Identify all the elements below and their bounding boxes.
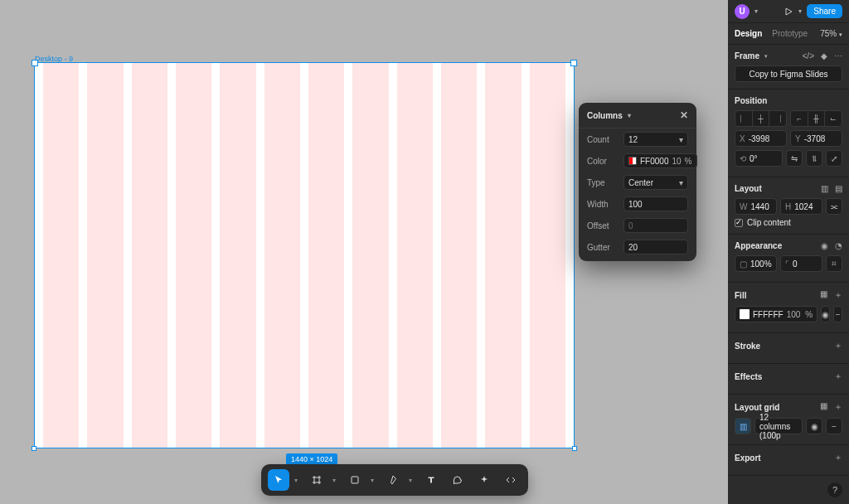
- share-button[interactable]: Share: [807, 4, 842, 18]
- comment-tool[interactable]: [447, 469, 468, 491]
- grid-type-icon[interactable]: ▥: [735, 418, 751, 434]
- offset-label: Offset: [587, 221, 619, 230]
- align-bottom-icon[interactable]: ⌙: [825, 111, 842, 126]
- grid-visibility-icon[interactable]: ◉: [806, 418, 822, 434]
- width-input[interactable]: 100: [623, 196, 688, 211]
- stroke-title: Stroke: [735, 342, 760, 351]
- clip-content-checkbox[interactable]: Clip content: [735, 218, 842, 227]
- shape-tool-chevron-icon[interactable]: ▾: [371, 477, 377, 484]
- frame-type-chevron-icon[interactable]: ▾: [764, 53, 768, 60]
- copy-to-slides-button[interactable]: Copy to Figma Slides: [735, 65, 842, 82]
- fill-color-input[interactable]: FFFFFF 100%: [735, 306, 817, 322]
- tab-prototype[interactable]: Prototype: [772, 29, 808, 38]
- align-hcenter-icon[interactable]: ┼: [753, 111, 770, 126]
- avatar-chevron-icon[interactable]: ▾: [754, 7, 758, 15]
- export-title: Export: [735, 453, 761, 463]
- flip-v-icon[interactable]: ⥮: [806, 150, 822, 167]
- grid-styles-icon[interactable]: ▦: [820, 401, 827, 413]
- gutter-input[interactable]: 20: [623, 240, 688, 254]
- autolayout-h-icon[interactable]: ▥: [821, 184, 828, 193]
- columns-settings-popover: Columns ▾ ✕ Count 12 ▾ Color FF0000 10% …: [579, 103, 696, 261]
- align-vcenter-icon[interactable]: ╫: [808, 111, 826, 126]
- x-input[interactable]: X-3998: [735, 130, 787, 147]
- actions-tool[interactable]: [473, 469, 495, 491]
- h-input[interactable]: H1024: [780, 198, 822, 215]
- link-wh-icon[interactable]: ⫘: [826, 198, 842, 215]
- color-label: Color: [587, 157, 619, 166]
- flip-h-icon[interactable]: ⇋: [786, 150, 803, 167]
- text-tool[interactable]: [420, 469, 442, 491]
- add-export-icon[interactable]: ＋: [834, 452, 842, 463]
- frame-tool[interactable]: [306, 469, 327, 491]
- visibility-icon[interactable]: ◉: [821, 241, 828, 250]
- align-h-group: ⎸ ┼ ⎹: [735, 110, 787, 127]
- remove-grid-icon[interactable]: −: [826, 418, 842, 434]
- y-input[interactable]: Y-3708: [790, 130, 842, 147]
- independent-corners-icon[interactable]: ⌗: [826, 255, 842, 272]
- add-grid-icon[interactable]: ＋: [834, 401, 842, 413]
- count-input[interactable]: 12 ▾: [623, 132, 688, 147]
- play-chevron-icon[interactable]: ▾: [798, 7, 802, 15]
- dev-status-icon[interactable]: </>: [803, 51, 814, 61]
- offset-input: 0: [623, 218, 688, 233]
- add-stroke-icon[interactable]: ＋: [834, 340, 842, 351]
- help-icon[interactable]: ?: [827, 482, 842, 497]
- fill-swatch-icon: [740, 309, 750, 319]
- close-icon[interactable]: ✕: [680, 109, 688, 121]
- column-grid-overlay: [35, 63, 574, 448]
- align-top-icon[interactable]: ⌐: [791, 111, 808, 126]
- rotation-input[interactable]: ⟲0°: [735, 150, 783, 167]
- fill-visibility-icon[interactable]: ◉: [821, 306, 830, 322]
- component-icon[interactable]: ◆: [821, 51, 827, 61]
- move-tool-chevron-icon[interactable]: ▾: [294, 477, 301, 484]
- popover-title: Columns: [587, 111, 623, 120]
- dimensions-badge: 1440 × 1024: [286, 453, 337, 465]
- count-label: Count: [587, 135, 619, 144]
- play-icon[interactable]: [784, 7, 793, 17]
- styles-icon[interactable]: ▦: [820, 289, 827, 301]
- columns-type-chevron-icon[interactable]: ▾: [628, 112, 631, 119]
- tab-design[interactable]: Design: [735, 29, 762, 38]
- tools-toolbar: ▾ ▾ ▾ ▾: [261, 464, 528, 496]
- layout-grid-title: Layout grid: [735, 403, 779, 412]
- layout-title: Layout: [735, 184, 762, 193]
- align-right-icon[interactable]: ⎹: [769, 111, 786, 126]
- svg-rect-0: [352, 477, 358, 483]
- canvas-frame[interactable]: [35, 63, 574, 448]
- grid-item-label[interactable]: 12 columns (100p: [754, 418, 803, 434]
- more-icon[interactable]: ⋯: [834, 51, 842, 61]
- add-effect-icon[interactable]: ＋: [834, 371, 842, 382]
- effects-title: Effects: [735, 372, 762, 381]
- width-label: Width: [587, 200, 619, 209]
- type-label: Type: [587, 178, 619, 187]
- inspector-panel: U ▾ ▾ Share Design Prototype 75% ▾ Frame…: [728, 0, 849, 504]
- shape-tool[interactable]: [344, 469, 366, 491]
- dev-mode-tool[interactable]: [500, 469, 522, 491]
- w-input[interactable]: W1440: [735, 198, 777, 215]
- remove-fill-icon[interactable]: −: [833, 306, 842, 322]
- opacity-input[interactable]: ▢100%: [735, 255, 777, 272]
- appearance-title: Appearance: [735, 241, 782, 250]
- gutter-label: Gutter: [587, 243, 619, 252]
- pen-tool[interactable]: [382, 469, 404, 491]
- move-tool[interactable]: [268, 469, 289, 491]
- align-v-group: ⌐ ╫ ⌙: [790, 110, 842, 127]
- resize-fit-icon[interactable]: ⤢: [826, 150, 842, 167]
- fill-title: Fill: [735, 291, 746, 300]
- zoom-select[interactable]: 75% ▾: [820, 29, 842, 38]
- frame-label[interactable]: Desktop - 9: [35, 55, 73, 63]
- avatar[interactable]: U: [735, 4, 750, 19]
- blend-icon[interactable]: ◔: [835, 241, 842, 250]
- type-select[interactable]: Center ▾: [623, 175, 688, 190]
- color-input[interactable]: FF0000 10%: [623, 153, 697, 168]
- align-left-icon[interactable]: ⎸: [735, 111, 753, 126]
- frame-section-title: Frame: [735, 51, 759, 61]
- autolayout-v-icon[interactable]: ▤: [835, 184, 842, 193]
- color-swatch-icon: [628, 157, 637, 165]
- corner-radius-input[interactable]: ⌜0: [780, 255, 822, 272]
- position-title: Position: [735, 96, 767, 105]
- frame-tool-chevron-icon[interactable]: ▾: [332, 477, 339, 484]
- add-fill-icon[interactable]: ＋: [834, 289, 842, 301]
- pen-tool-chevron-icon[interactable]: ▾: [409, 477, 415, 484]
